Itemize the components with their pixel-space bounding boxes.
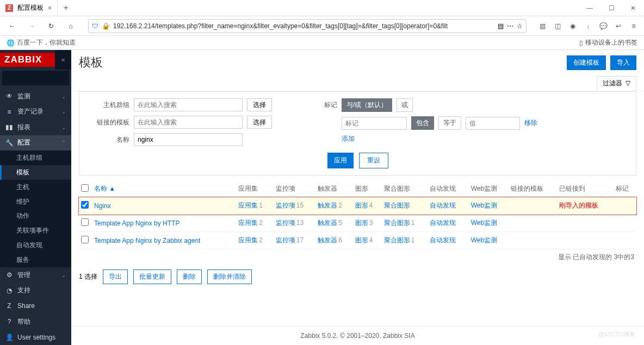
template-name-link[interactable]: Template App Nginx by HTTP [94, 219, 179, 227]
forward-button[interactable]: → [25, 20, 38, 33]
triggers-link[interactable]: 触发器 [318, 236, 337, 244]
host-group-input[interactable] [134, 98, 243, 111]
reset-button[interactable]: 重设 [359, 153, 388, 168]
col-name[interactable]: 名称 ▲ [92, 181, 236, 197]
delete-button[interactable]: 删除 [177, 269, 202, 284]
import-button[interactable]: 导入 [610, 55, 636, 70]
nav-share[interactable]: ZShare [0, 298, 71, 314]
sub-hosts[interactable]: 主机 [0, 180, 71, 195]
filter-tab[interactable]: 过滤器▽ [597, 76, 636, 90]
library-icon[interactable]: ▥ [537, 22, 547, 30]
or-button[interactable]: 或 [397, 98, 413, 112]
sidebar-search[interactable]: 🔍 [2, 71, 69, 85]
and-or-button[interactable]: 与/或（默认） [342, 98, 392, 112]
sub-actions[interactable]: 动作 [0, 209, 71, 224]
select-all-checkbox[interactable] [81, 184, 89, 192]
apps-link[interactable]: 应用集 [238, 202, 258, 209]
web-link[interactable]: Web监测 [471, 219, 497, 227]
discovery-link[interactable]: 自动发现 [430, 202, 456, 209]
items-link[interactable]: 监控项 [276, 219, 295, 227]
account-icon[interactable]: ◉ [568, 22, 578, 30]
web-link[interactable]: Web监测 [471, 202, 497, 209]
menu-icon[interactable]: ≡ [629, 22, 639, 30]
row-checkbox[interactable] [81, 236, 89, 243]
graphs-link[interactable]: 图形 [355, 236, 368, 244]
host-group-select[interactable]: 选择 [247, 98, 272, 111]
template-name-link[interactable]: Nginx [94, 202, 111, 210]
table-row: Template App Nginx by HTTP应用集2监控项13触发器5图… [79, 215, 636, 232]
chat-icon[interactable]: 💬 [598, 22, 608, 30]
screens-link[interactable]: 聚合图形 [384, 236, 410, 244]
template-name-link[interactable]: Template App Nginx by Zabbix agent [94, 237, 200, 244]
discovery-link[interactable]: 自动发现 [430, 219, 456, 227]
remove-tag-link[interactable]: 移除 [524, 118, 537, 128]
zabbix-logo[interactable]: ZABBIX [0, 53, 55, 67]
reload-button[interactable]: ↻ [45, 20, 58, 33]
nav-reports[interactable]: ▮▮报表⌄ [0, 120, 71, 135]
new-tab-button[interactable]: ＋ [58, 2, 74, 14]
linked-tpl-select[interactable]: 选择 [247, 116, 272, 129]
delete-clear-button[interactable]: 删除并清除 [207, 269, 252, 284]
apps-link[interactable]: 应用集 [238, 219, 258, 227]
sub-maintenance[interactable]: 维护 [0, 195, 71, 209]
add-tag-link[interactable]: 添加 [342, 134, 355, 143]
back-button[interactable]: ← [5, 20, 18, 33]
sub-discovery[interactable]: 自动发现 [0, 238, 71, 253]
sub-correlation[interactable]: 关联项事件 [0, 223, 71, 238]
sidebar-icon[interactable]: ◫ [553, 22, 562, 30]
nav-support[interactable]: ◔支持 [0, 283, 71, 299]
items-link[interactable]: 监控项 [276, 236, 295, 244]
col-linked-to: 已链接到 [557, 181, 614, 197]
value-input[interactable] [466, 117, 520, 130]
web-link[interactable]: Web监测 [471, 236, 497, 244]
contains-button[interactable]: 包含 [411, 116, 434, 130]
col-discovery: 自动发现 [428, 181, 469, 197]
items-link[interactable]: 监控项 [276, 202, 295, 209]
apps-link[interactable]: 应用集 [238, 236, 258, 244]
collapse-sidebar-icon[interactable]: « [55, 50, 71, 70]
bookmark-star-icon[interactable]: ☆ [517, 22, 523, 30]
triggers-link[interactable]: 触发器 [318, 202, 337, 209]
linked-tpl-input[interactable] [134, 116, 243, 129]
nav-monitoring[interactable]: 👁监测⌄ [0, 89, 71, 104]
row-checkbox[interactable] [81, 218, 89, 226]
name-input[interactable] [134, 133, 243, 146]
url-bar[interactable]: 🛡 🔒̷ 192.168.2.214/templates.php?filter_… [88, 19, 527, 33]
window-maximize[interactable]: ☐ [600, 0, 622, 16]
export-button[interactable]: 导出 [103, 269, 128, 284]
share-icon[interactable]: ↩ [614, 22, 623, 30]
col-graphs: 图形 [353, 181, 382, 197]
home-button[interactable]: ⌂ [64, 20, 77, 33]
sub-host-groups[interactable]: 主机群组 [0, 150, 71, 165]
discovery-link[interactable]: 自动发现 [430, 236, 456, 244]
bulk-update-button[interactable]: 批量更新 [133, 269, 171, 284]
bookmark-baidu[interactable]: 🌐百度一下，你就知道 [7, 38, 76, 47]
triggers-link[interactable]: 触发器 [318, 219, 337, 227]
download-icon[interactable]: ↓ [583, 22, 593, 30]
graphs-link[interactable]: 图形 [355, 219, 368, 227]
reader-icon[interactable]: ▤ [498, 22, 504, 30]
sub-templates[interactable]: 模板 [0, 165, 71, 180]
row-checkbox[interactable] [81, 201, 89, 209]
window-minimize[interactable]: — [579, 0, 600, 16]
create-template-button[interactable]: 创建模板 [567, 55, 606, 70]
graphs-link[interactable]: 图形 [355, 202, 368, 209]
more-url-icon[interactable]: ⋯ [507, 22, 513, 30]
nav-user-settings[interactable]: 👤User settings [0, 329, 71, 345]
window-close[interactable]: ✕ [622, 0, 644, 16]
bookmark-mobile[interactable]: ▯移动设备上的书签 [579, 38, 637, 47]
chevron-down-icon: ⌄ [61, 272, 66, 278]
apply-button[interactable]: 应用 [327, 153, 354, 168]
screens-link[interactable]: 聚合图形 [384, 202, 410, 209]
screens-link[interactable]: 聚合图形 [384, 219, 410, 227]
nav-configuration[interactable]: 🔧配置⌃ [0, 135, 71, 151]
close-tab-icon[interactable]: × [48, 4, 52, 12]
tag-input[interactable] [342, 117, 407, 130]
nav-help[interactable]: ?帮助 [0, 314, 71, 330]
equals-button[interactable]: 等于 [438, 116, 461, 130]
nav-inventory[interactable]: ≡资产记录⌄ [0, 104, 71, 120]
nav-admin[interactable]: ⚙管理⌄ [0, 267, 71, 283]
sub-services[interactable]: 服务 [0, 253, 71, 267]
shield-icon: 🛡 [92, 22, 98, 30]
browser-tab[interactable]: Z 配置模板 × [0, 0, 58, 16]
